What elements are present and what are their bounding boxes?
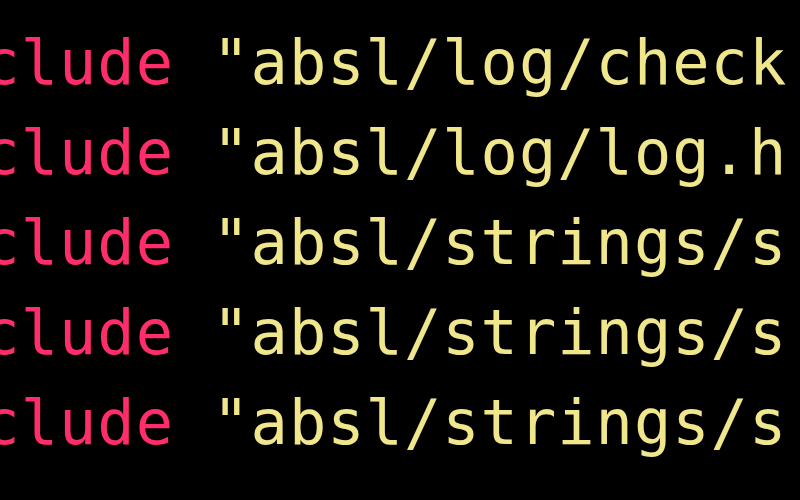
- preprocessor-keyword: nclude: [0, 26, 174, 99]
- include-path-string: "absl/log/check: [212, 26, 787, 99]
- preprocessor-keyword: nclude: [0, 116, 174, 189]
- include-path-string: "absl/strings/s: [212, 206, 787, 279]
- preprocessor-keyword: nclude: [0, 206, 174, 279]
- code-line: nclude "absl/strings/s: [0, 198, 800, 288]
- preprocessor-keyword: nclude: [0, 386, 174, 459]
- code-line: nclude "absl/log/log.h: [0, 108, 800, 198]
- code-line: nclude "absl/strings/s: [0, 288, 800, 378]
- preprocessor-keyword: nclude: [0, 296, 174, 369]
- include-path-string: "absl/strings/s: [212, 296, 787, 369]
- code-line: nclude "absl/log/check: [0, 18, 800, 108]
- include-path-string: "absl/strings/s: [212, 386, 787, 459]
- include-path-string: "absl/log/log.h: [212, 116, 787, 189]
- code-editor-viewport: nclude "absl/log/check nclude "absl/log/…: [0, 18, 800, 467]
- code-line: nclude "absl/strings/s: [0, 378, 800, 468]
